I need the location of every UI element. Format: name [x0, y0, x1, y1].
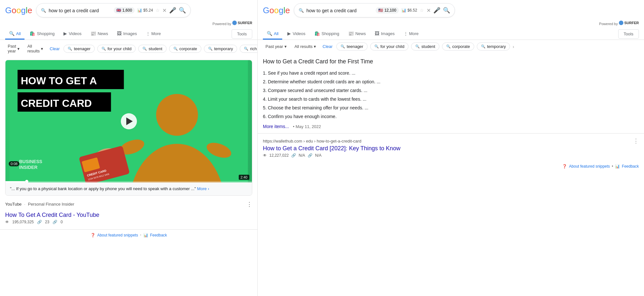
feedback-icon-left: 📊	[143, 233, 148, 237]
chip-for-your-child-left[interactable]: 🔍 for your child	[97, 45, 136, 53]
result-url-right: https://wallethub.com › edu › how-to-get…	[263, 137, 639, 144]
video-desc-text-left: "... If you go to a physical bank locati…	[10, 186, 196, 191]
tools-button-right[interactable]: Tools	[618, 29, 639, 39]
footer-sep-left: •	[140, 233, 141, 237]
past-year-dropdown-left[interactable]: Past year ▾	[5, 42, 22, 55]
feedback-link-left[interactable]: Feedback	[150, 233, 167, 237]
chip-corporate-left[interactable]: 🔍 corporate	[169, 45, 201, 53]
tab-shopping-left[interactable]: 🛍️ Shopping	[26, 28, 58, 40]
snippet-list-right: 1. See if you have a credit report and s…	[263, 69, 639, 121]
left-search-input[interactable]	[49, 8, 111, 13]
tab-videos-left[interactable]: ▶ Videos	[60, 28, 85, 40]
video-thumbnail-left[interactable]: CREDIT CARD 1234 5678 9012 3456 HOW TO G…	[5, 60, 252, 182]
tab-news-right[interactable]: 📰 News	[344, 28, 370, 40]
tab-videos-icon-left: ▶	[63, 31, 67, 36]
chip-temporary-right[interactable]: 🔍 temporary	[477, 42, 510, 51]
result-views-right: 12,227,022	[269, 153, 289, 158]
tab-videos-label-right: Videos	[293, 31, 305, 36]
search-button-right[interactable]: 🔍	[443, 7, 450, 14]
tab-images-icon-right: 🖼	[375, 31, 379, 36]
chip-teenager-left[interactable]: 🔍 teenager	[63, 45, 94, 53]
snippet-step-2: 2. Determine whether student credit card…	[263, 78, 639, 86]
chip-label-student-left: student	[149, 46, 162, 51]
tab-news-icon-left: 📰	[91, 31, 96, 36]
chip-student-left[interactable]: 🔍 student	[138, 45, 167, 53]
about-snippets-link-left[interactable]: About featured snippets	[97, 233, 138, 237]
tab-all-right[interactable]: 🔍 All	[263, 28, 282, 40]
chip-teenager-right[interactable]: 🔍 teenager	[336, 42, 367, 51]
result-views-icon-right: 👁	[263, 153, 267, 158]
tab-all-icon-left: 🔍	[9, 31, 14, 36]
tab-all-left[interactable]: 🔍 All	[5, 28, 24, 40]
all-results-dropdown-right[interactable]: All results ▾	[292, 43, 319, 50]
star-icon-right[interactable]: ☆	[420, 8, 424, 13]
tab-shopping-icon-right: 🛍️	[314, 31, 320, 36]
tab-videos-right[interactable]: ▶ Videos	[284, 28, 309, 40]
result-menu-dots-left[interactable]: ⋮	[246, 201, 252, 208]
tab-all-label-right: All	[274, 31, 278, 36]
past-year-chevron-left: ▾	[17, 46, 20, 51]
chip-search-icon-teenager: 🔍	[68, 47, 72, 51]
star-icon-left[interactable]: ☆	[156, 8, 160, 13]
progress-bar-left[interactable]	[5, 181, 252, 182]
past-year-dropdown-right[interactable]: Past year ▾	[263, 43, 289, 50]
left-panel: Google 🔍 🇬🇧 1,600 📊 $5.24 ☆ ✕ 🎤 🔍	[0, 0, 258, 296]
close-icon-left[interactable]: ✕	[162, 7, 167, 14]
left-footer: ❓ About featured snippets • 📊 Feedback	[0, 229, 257, 241]
feedback-link-right[interactable]: Feedback	[622, 164, 639, 169]
tab-more-right[interactable]: ⋮ More	[400, 29, 422, 40]
surfer-logo-right: SURFER	[619, 21, 639, 25]
tools-button-left[interactable]: Tools	[232, 29, 252, 39]
chip-corporate-right[interactable]: 🔍 corporate	[442, 42, 474, 51]
play-triangle-left	[126, 117, 133, 125]
video-title-link-left[interactable]: How To Get A Credit Card - YouTube	[0, 210, 257, 218]
volume-left: 1,600	[122, 8, 132, 13]
search-button-left[interactable]: 🔍	[179, 7, 186, 14]
search-icon-left: 🔍	[41, 8, 46, 13]
chip-rich-left[interactable]: 🔍 rich	[240, 45, 257, 53]
flag-badge-left: 🇬🇧 1,600	[114, 7, 135, 14]
snippet-step-1: 1. See if you have a credit report and s…	[263, 69, 639, 78]
mic-icon-right[interactable]: 🎤	[433, 7, 440, 14]
clear-link-left[interactable]: Clear	[50, 46, 60, 51]
close-icon-right[interactable]: ✕	[427, 7, 431, 14]
snippet-step-5: 5. Choose the best remaining offer for y…	[263, 104, 639, 112]
chip-student-right[interactable]: 🔍 student	[411, 42, 439, 51]
result-menu-dots-right[interactable]: ⋮	[633, 137, 639, 144]
play-button-left[interactable]	[121, 113, 137, 129]
about-snippets-link-right[interactable]: About featured snippets	[569, 164, 610, 169]
tab-more-left[interactable]: ⋮ More	[142, 29, 165, 40]
chip-for-your-child-right[interactable]: 🔍 for your child	[370, 42, 409, 51]
search-result-right: https://wallethub.com › edu › how-to-get…	[258, 134, 644, 162]
tab-news-left[interactable]: 📰 News	[87, 28, 112, 40]
tab-shopping-right[interactable]: 🛍️ Shopping	[311, 28, 343, 40]
tab-all-label-left: All	[16, 31, 21, 36]
clear-link-right[interactable]: Clear	[322, 44, 332, 49]
flag-badge-right: 🇺🇸 12,100	[376, 7, 399, 14]
about-snippets-icon-right: ❓	[562, 164, 567, 169]
google-logo-left[interactable]: Google	[5, 5, 32, 15]
snippet-title-right: How to Get a Credit Card for the First T…	[263, 58, 639, 65]
tab-images-right[interactable]: 🖼 Images	[371, 28, 399, 40]
more-items-link-right[interactable]: More items...	[263, 124, 289, 129]
chip-temporary-left[interactable]: 🔍 temporary	[204, 45, 237, 53]
all-results-dropdown-left[interactable]: All results ▾	[25, 42, 46, 55]
video-more-link-left[interactable]: More ›	[197, 186, 209, 191]
mic-icon-left[interactable]: 🎤	[169, 7, 176, 14]
tab-images-left[interactable]: 🖼 Images	[113, 28, 141, 40]
google-logo-right[interactable]: Google	[263, 5, 290, 15]
cpc-value-right: $6.52	[408, 8, 417, 13]
right-nav-tabs: 🔍 All ▶ Videos 🛍️ Shopping 📰 News 🖼 Imag…	[258, 27, 644, 40]
right-search-input[interactable]	[306, 8, 373, 13]
chip-label-teenager-right: teenager	[347, 44, 363, 49]
metrics-row-left: 👁 195,079,325 🔗 23 🔗 0	[0, 218, 257, 227]
tab-more-label-right: ⋮ More	[404, 31, 418, 36]
cpc-badge-left: 📊 $5.24	[137, 8, 153, 13]
tab-images-icon-left: 🖼	[117, 31, 121, 36]
result-na1-right: N/A	[299, 153, 305, 158]
featured-snippet-right: How to Get a Credit Card for the First T…	[258, 53, 644, 134]
chip-search-icon-corporate: 🔍	[173, 47, 178, 51]
snippet-date-right: • May 11, 2022	[293, 124, 321, 129]
result-title-right[interactable]: How to Get a Credit Card [2022]: Key Thi…	[263, 145, 639, 152]
flag-icon-right: 🇺🇸	[378, 8, 383, 13]
